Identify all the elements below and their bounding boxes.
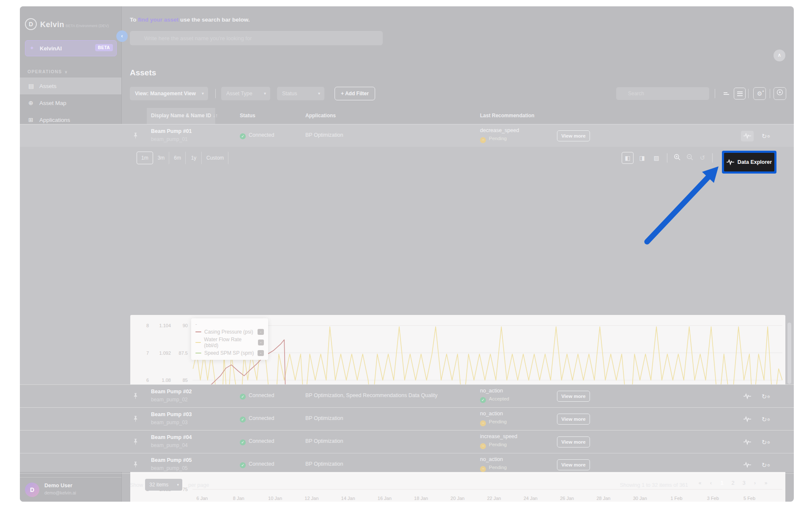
table-settings-button[interactable]: ⚙✦: [753, 87, 766, 100]
data-explorer-row-icon[interactable]: [741, 437, 754, 447]
recommendation-sync-icon[interactable]: ↻⚙: [758, 131, 771, 141]
status-connected-icon: ✓: [240, 462, 246, 468]
kelvinai-label: KelvinAI: [40, 45, 62, 52]
time-range-custom[interactable]: Custom: [202, 152, 228, 164]
sidebar-item-label: Assets: [39, 83, 57, 89]
compact-list-icon[interactable]: [720, 88, 732, 99]
table-row-beam-pump-01[interactable]: Beam Pump #01beam_pump_01✓ConnectedBP Op…: [20, 124, 794, 147]
collapse-badge[interactable]: -: [258, 350, 264, 356]
recommendation-sync-icon[interactable]: ↻⚙: [758, 460, 771, 470]
asset-name: Beam Pump #04: [151, 434, 192, 440]
data-explorer-row-icon[interactable]: [741, 391, 754, 402]
recommendation-status: ···Pending: [480, 136, 507, 143]
pin-icon[interactable]: [133, 461, 138, 469]
sidebar-collapse-button[interactable]: ‹: [116, 30, 128, 42]
search-hint: To find your asset use the search bar be…: [130, 17, 250, 23]
recommendation-sync-icon[interactable]: ↻⚙: [758, 437, 771, 447]
assets-icon: ▤: [28, 77, 39, 94]
previous-page-button[interactable]: ‹: [708, 480, 714, 486]
column-header-status: Status: [240, 113, 255, 119]
view-more-button[interactable]: View more: [557, 130, 590, 141]
asset-type-filter-dropdown[interactable]: Asset Type: [221, 87, 270, 100]
divider: [712, 153, 713, 163]
recommendation-status-label: Accepted: [489, 396, 509, 401]
status-filter-dropdown[interactable]: Status: [277, 87, 324, 100]
recommendation-action: no_action: [480, 388, 503, 394]
view-more-button[interactable]: View more: [557, 414, 590, 425]
sidebar-section-header[interactable]: OPERATIONS∨: [20, 66, 121, 77]
data-explorer-row-icon[interactable]: [741, 414, 754, 425]
page-button-3[interactable]: 3: [741, 480, 747, 486]
svg-text:8: 8: [146, 323, 149, 328]
detailed-list-icon[interactable]: [734, 88, 746, 99]
chart-layout-off-icon[interactable]: ▨: [650, 152, 662, 164]
page-size-select[interactable]: 32 items: [145, 479, 182, 491]
zoom-reset-icon[interactable]: ↺: [697, 154, 708, 162]
table-row-beam-pump-02[interactable]: Beam Pump #02beam_pump_02✓ConnectedBP Op…: [20, 384, 794, 407]
data-explorer-row-icon[interactable]: [741, 460, 754, 470]
pin-icon[interactable]: [133, 133, 138, 140]
recommendation-status-label: Pending: [489, 465, 507, 470]
column-header-name[interactable]: Display Name & Name ID↓↑: [151, 113, 218, 119]
page-button-2[interactable]: 2: [730, 480, 736, 486]
view-filter-dropdown[interactable]: View: Management View: [130, 87, 208, 100]
collapse-badge[interactable]: -: [258, 340, 264, 345]
time-range-1m[interactable]: 1m: [137, 152, 153, 164]
table-search-input[interactable]: [616, 87, 709, 100]
time-range-1y[interactable]: 1y: [186, 152, 202, 164]
first-page-button[interactable]: «: [697, 480, 703, 486]
recommendation-action: no_action: [480, 456, 503, 462]
gear-sparkle-icon: ⚙✦: [757, 88, 763, 99]
expanded-chart-section: 1m3m6m1yCustom ◧ ◨ ▨ ↺ 8765432spm1.1041.…: [20, 147, 794, 384]
pin-icon[interactable]: [133, 439, 138, 446]
add-filter-button[interactable]: + Add Filter: [335, 87, 375, 100]
recommendation-action: decrease_speed: [480, 127, 519, 133]
asset-name: Beam Pump #03: [151, 411, 192, 417]
time-range-3m[interactable]: 3m: [153, 152, 170, 164]
view-more-button[interactable]: View more: [557, 391, 590, 402]
table-row-beam-pump-03[interactable]: Beam Pump #03beam_pump_03✓ConnectedBP Op…: [20, 407, 794, 430]
pulse-icon: [727, 159, 734, 165]
page-title: Assets: [130, 68, 156, 77]
brand-name: Kelvin: [40, 20, 64, 29]
data-explorer-row-icon[interactable]: [741, 131, 754, 141]
table-row-beam-pump-05[interactable]: Beam Pump #05beam_pump_05✓ConnectedBP Op…: [20, 453, 794, 472]
data-explorer-button-highlight[interactable]: Data Explorer: [722, 151, 776, 174]
sort-icon[interactable]: ↓↑: [213, 113, 218, 119]
next-page-button[interactable]: ›: [752, 480, 758, 486]
scrollbar-thumb[interactable]: [787, 323, 791, 384]
pending-icon: ···: [480, 420, 486, 426]
export-button[interactable]: [774, 87, 786, 100]
sidebar-item-kelvinai[interactable]: ✦ KelvinAI BETA: [25, 40, 117, 56]
recommendation-sync-icon[interactable]: ↻⚙: [758, 414, 771, 425]
recommendation-sync-icon[interactable]: ↻⚙: [758, 391, 771, 402]
pending-icon: ···: [480, 443, 486, 449]
zoom-in-icon[interactable]: [672, 154, 682, 162]
chart-layout-split-icon[interactable]: ◧: [622, 152, 634, 164]
find-your-asset-link[interactable]: find your asset: [138, 17, 178, 23]
sidebar-item-assets[interactable]: ▤Assets: [20, 77, 121, 94]
status-cell: ✓Connected: [240, 461, 274, 468]
data-explorer-button[interactable]: Data Explorer: [724, 153, 774, 171]
legend-dash-icon: [195, 353, 201, 353]
pin-icon[interactable]: [133, 393, 138, 400]
scroll-top-button[interactable]: ∧: [774, 50, 785, 61]
column-header-applications: Applications: [305, 113, 336, 119]
svg-text:1.08: 1.08: [162, 378, 171, 383]
collapse-badge[interactable]: -: [258, 329, 264, 335]
zoom-out-icon[interactable]: [685, 154, 695, 162]
beta-badge: BETA: [95, 44, 113, 51]
applications-cell: BP Optimization, Speed Recommendations D…: [305, 392, 437, 398]
status-label: Connected: [249, 415, 274, 421]
asset-search-input[interactable]: [130, 31, 383, 45]
view-more-button[interactable]: View more: [557, 436, 590, 447]
time-range-6m[interactable]: 6m: [169, 152, 186, 164]
pin-icon[interactable]: [133, 416, 138, 423]
status-cell: ✓Connected: [240, 132, 274, 139]
table-row-beam-pump-04[interactable]: Beam Pump #04beam_pump_04✓ConnectedBP Op…: [20, 430, 794, 453]
recommendation-status-label: Pending: [489, 419, 507, 424]
last-page-button[interactable]: »: [763, 480, 769, 486]
chart-layout-stacked-icon[interactable]: ◨: [636, 152, 648, 164]
view-more-button[interactable]: View more: [557, 459, 590, 470]
page-button-1[interactable]: 1: [719, 480, 725, 486]
